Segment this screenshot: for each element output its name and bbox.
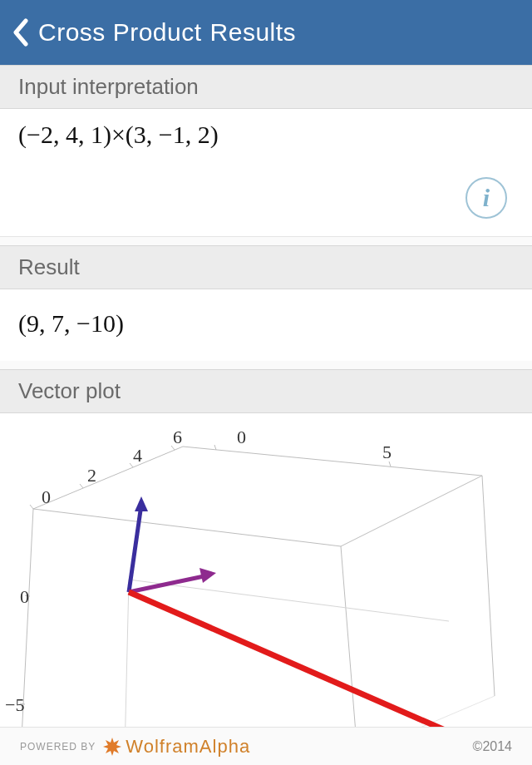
section-header-result: Result xyxy=(0,245,532,289)
svg-marker-23 xyxy=(103,738,121,756)
info-icon[interactable]: i xyxy=(466,177,507,219)
svg-line-6 xyxy=(482,476,495,696)
result-body: (9, 7, −10) xyxy=(0,289,532,361)
svg-line-12 xyxy=(214,445,216,450)
svg-line-2 xyxy=(341,476,482,546)
input-interpretation-body: (−2, 4, 1)×(3, −1, 2) xyxy=(0,109,532,162)
svg-line-8 xyxy=(30,505,33,509)
footer: POWERED BY WolframAlpha ©2014 xyxy=(0,727,532,765)
tick-y-0: 0 xyxy=(42,486,51,507)
result-value: (9, 7, −10) xyxy=(18,309,124,337)
tick-z-m5: −5 xyxy=(5,694,24,715)
input-expression: (−2, 4, 1)×(3, −1, 2) xyxy=(18,121,219,148)
tick-y-6: 6 xyxy=(173,427,182,447)
page-name: Results xyxy=(210,18,297,46)
svg-marker-19 xyxy=(135,496,148,511)
header-title: Cross ProductResults xyxy=(38,18,296,47)
section-header-input: Input interpretation xyxy=(0,65,532,109)
tick-y-4: 4 xyxy=(133,445,142,466)
tick-x-5: 5 xyxy=(382,442,392,462)
vector-plot: 0 2 4 6 0 5 0 −5 xyxy=(0,413,532,754)
powered-by-label: POWERED BY xyxy=(20,741,96,753)
tick-y-2: 2 xyxy=(87,465,96,486)
section-gap-2 xyxy=(0,361,532,369)
section-header-plot: Vector plot xyxy=(0,369,532,413)
wolfram-brand-text: WolframAlpha xyxy=(126,736,250,758)
tick-x-0: 0 xyxy=(237,427,246,447)
svg-line-4 xyxy=(21,509,33,754)
copyright: ©2014 xyxy=(473,739,512,754)
info-row: i xyxy=(0,162,532,237)
vector-a xyxy=(129,496,148,592)
svg-line-20 xyxy=(129,575,208,592)
back-button[interactable] xyxy=(10,16,32,49)
plot-svg: 0 2 4 6 0 5 0 −5 xyxy=(0,413,532,754)
svg-line-1 xyxy=(183,447,482,476)
vector-b xyxy=(129,568,216,592)
svg-line-5 xyxy=(341,546,357,754)
svg-line-9 xyxy=(80,484,83,488)
section-gap xyxy=(0,237,532,245)
wolfram-logo[interactable]: WolframAlpha xyxy=(102,736,250,758)
chevron-left-icon xyxy=(12,18,29,47)
app-header: Cross ProductResults xyxy=(0,0,532,65)
svg-line-18 xyxy=(129,505,141,592)
powered-by: POWERED BY WolframAlpha xyxy=(20,736,250,758)
svg-line-0 xyxy=(33,447,183,509)
app-name: Cross Product xyxy=(38,18,202,46)
svg-marker-21 xyxy=(200,568,216,583)
wolfram-spikey-icon xyxy=(102,737,122,757)
svg-line-3 xyxy=(33,509,341,546)
tick-z-0: 0 xyxy=(20,586,29,607)
